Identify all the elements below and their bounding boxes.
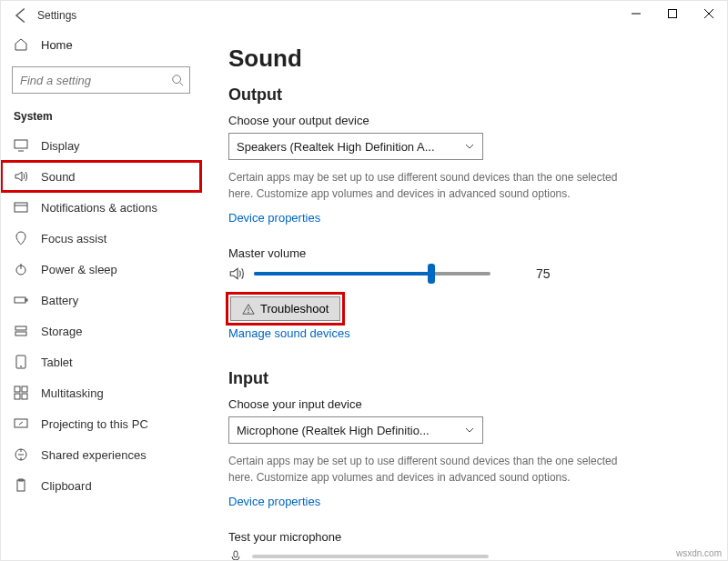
troubleshoot-button[interactable]: Troubleshoot xyxy=(230,296,340,321)
output-note: Certain apps may be set up to use differ… xyxy=(228,169,629,202)
sidebar-item-label: Projecting to this PC xyxy=(41,417,148,431)
minimize-button[interactable] xyxy=(618,1,654,26)
volume-slider-fill xyxy=(254,272,431,275)
sound-icon xyxy=(14,169,28,184)
svg-rect-18 xyxy=(15,386,20,392)
sidebar-item-label: Battery xyxy=(41,294,78,307)
section-heading: System xyxy=(1,106,201,130)
troubleshoot-label: Troubleshoot xyxy=(260,302,329,316)
sidebar-item-label: Shared experiences xyxy=(41,448,147,462)
close-button[interactable] xyxy=(691,1,727,26)
maximize-button[interactable] xyxy=(654,1,691,26)
multitasking-icon xyxy=(14,386,28,400)
warning-icon xyxy=(242,303,255,316)
sidebar-item-shared-experiences[interactable]: Shared experiences xyxy=(1,439,201,470)
speaker-icon xyxy=(228,265,245,282)
home-icon xyxy=(14,37,28,52)
sidebar-item-label: Power & sleep xyxy=(41,263,117,276)
focus-assist-icon xyxy=(14,231,28,245)
output-heading: Output xyxy=(228,85,707,105)
sidebar-item-clipboard[interactable]: Clipboard xyxy=(1,470,201,501)
output-choose-label: Choose your output device xyxy=(228,114,707,127)
output-device-dropdown[interactable]: Speakers (Realtek High Definition A... xyxy=(228,133,483,160)
svg-line-5 xyxy=(180,83,184,86)
svg-rect-15 xyxy=(15,332,26,336)
sidebar-item-tablet[interactable]: Tablet xyxy=(1,346,201,377)
master-volume-label: Master volume xyxy=(228,246,707,260)
watermark: wsxdn.com xyxy=(676,548,722,558)
search-input[interactable]: Find a setting xyxy=(12,66,190,94)
sidebar-item-storage[interactable]: Storage xyxy=(1,316,201,346)
sidebar-item-focus-assist[interactable]: Focus assist xyxy=(1,223,201,254)
input-device-value: Microphone (Realtek High Definitio... xyxy=(237,424,430,437)
sidebar: Home Find a setting System Display Sound… xyxy=(1,30,208,560)
tablet-icon xyxy=(14,355,28,369)
storage-icon xyxy=(14,324,28,338)
main-content: Sound Output Choose your output device S… xyxy=(208,30,727,560)
mic-level-bar xyxy=(252,555,489,558)
svg-rect-14 xyxy=(15,326,26,330)
chevron-down-icon xyxy=(464,141,475,152)
input-choose-label: Choose your input device xyxy=(228,397,707,411)
sidebar-item-label: Clipboard xyxy=(41,479,92,493)
svg-rect-8 xyxy=(15,203,27,212)
sidebar-item-display[interactable]: Display xyxy=(1,130,201,161)
svg-rect-24 xyxy=(17,480,25,491)
notifications-icon xyxy=(14,200,28,215)
input-device-properties-link[interactable]: Device properties xyxy=(228,495,320,508)
chevron-down-icon xyxy=(464,425,475,436)
svg-rect-13 xyxy=(25,299,27,301)
output-device-value: Speakers (Realtek High Definition A... xyxy=(237,140,435,154)
page-title: Sound xyxy=(228,45,707,73)
battery-icon xyxy=(14,293,28,307)
test-mic-label: Test your microphone xyxy=(228,530,707,544)
sidebar-item-label: Storage xyxy=(41,325,83,338)
input-heading: Input xyxy=(228,369,707,388)
sidebar-item-multitasking[interactable]: Multitasking xyxy=(1,377,201,408)
output-device-properties-link[interactable]: Device properties xyxy=(228,211,320,225)
volume-value: 75 xyxy=(536,266,551,281)
svg-rect-19 xyxy=(22,386,27,392)
svg-rect-1 xyxy=(669,10,677,18)
power-icon xyxy=(14,262,28,276)
svg-rect-21 xyxy=(22,394,27,399)
sidebar-item-battery[interactable]: Battery xyxy=(1,285,201,316)
volume-slider[interactable] xyxy=(254,272,490,275)
search-placeholder: Find a setting xyxy=(20,74,91,87)
manage-sound-devices-link[interactable]: Manage sound devices xyxy=(228,326,350,340)
sidebar-item-power-sleep[interactable]: Power & sleep xyxy=(1,254,201,285)
sidebar-item-label: Tablet xyxy=(41,356,73,369)
sidebar-item-projecting[interactable]: Projecting to this PC xyxy=(1,408,201,439)
input-device-dropdown[interactable]: Microphone (Realtek High Definitio... xyxy=(228,416,483,444)
sidebar-item-sound[interactable]: Sound xyxy=(1,161,201,192)
sidebar-item-notifications[interactable]: Notifications & actions xyxy=(1,192,201,223)
window-title: Settings xyxy=(37,9,76,22)
sidebar-item-label: Notifications & actions xyxy=(41,201,157,215)
microphone-icon xyxy=(228,549,243,560)
shared-experiences-icon xyxy=(14,447,28,462)
svg-rect-28 xyxy=(234,551,238,557)
sidebar-item-label: Display xyxy=(41,139,80,153)
svg-rect-6 xyxy=(15,140,27,148)
sidebar-item-label: Focus assist xyxy=(41,232,106,245)
input-note: Certain apps may be set up to use differ… xyxy=(228,453,629,486)
home-nav[interactable]: Home xyxy=(1,30,201,59)
svg-point-27 xyxy=(248,312,249,313)
clipboard-icon xyxy=(14,478,28,493)
back-button[interactable] xyxy=(12,6,30,25)
svg-rect-20 xyxy=(15,394,20,399)
sidebar-item-label: Sound xyxy=(41,170,76,184)
svg-point-17 xyxy=(21,366,22,367)
home-label: Home xyxy=(41,38,73,52)
projecting-icon xyxy=(14,416,28,431)
sidebar-item-label: Multitasking xyxy=(41,386,104,400)
display-icon xyxy=(14,138,28,153)
svg-point-4 xyxy=(173,75,181,84)
volume-slider-thumb[interactable] xyxy=(428,264,435,284)
search-icon xyxy=(171,74,184,86)
svg-rect-12 xyxy=(15,297,25,303)
